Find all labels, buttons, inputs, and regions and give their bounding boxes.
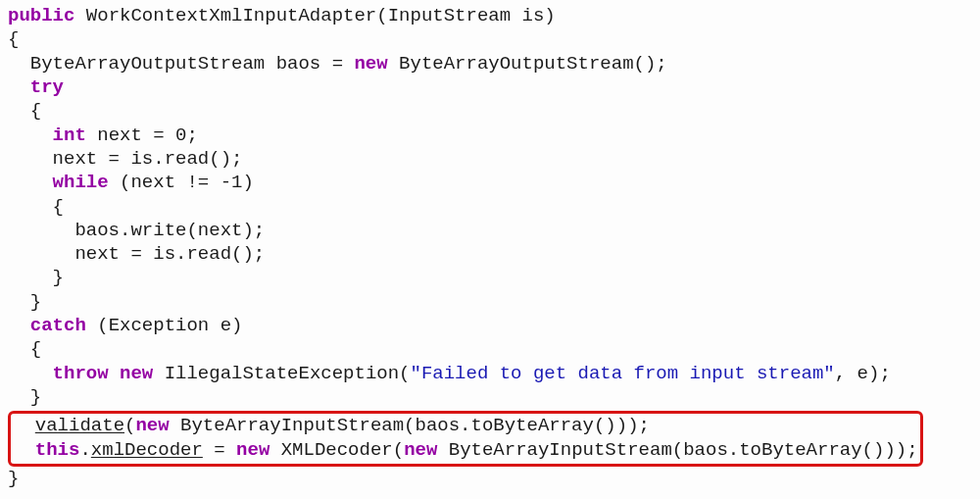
code-text: next = is.read();: [8, 148, 242, 170]
keyword-while: while: [53, 172, 109, 193]
keyword-catch: catch: [30, 315, 86, 336]
code-text: =: [203, 439, 236, 461]
code-text: ByteArrayInputStream(baos.toByteArray())…: [170, 415, 650, 436]
keyword-new: new: [120, 363, 153, 384]
line-baos-decl: ByteArrayOutputStream baos = new ByteArr…: [8, 53, 667, 75]
keyword-new: new: [404, 439, 437, 461]
keyword-try: try: [30, 76, 64, 98]
keyword-this: this: [35, 439, 80, 461]
line-signature: public WorkContextXmlInputAdapter(InputS…: [8, 5, 556, 26]
code-block: public WorkContextXmlInputAdapter(InputS…: [8, 4, 972, 490]
code-text: (next != -1): [109, 172, 254, 193]
validate-call: validate: [35, 415, 124, 436]
code-text: ByteArrayOutputStream();: [388, 53, 667, 75]
code-text: next = is.read();: [8, 243, 265, 265]
code-text: next = 0;: [86, 125, 198, 146]
code-text: , e);: [835, 363, 891, 384]
code-text: (: [124, 415, 135, 436]
code-text: XMLDecoder(: [270, 439, 404, 461]
highlighted-region: validate(new ByteArrayInputStream(baos.t…: [8, 411, 923, 467]
keyword-int: int: [53, 125, 86, 146]
code-text: ByteArrayInputStream(baos.toByteArray())…: [437, 439, 917, 461]
string-literal: "Failed to get data from input stream": [411, 363, 835, 384]
code-text: baos.write(next);: [8, 220, 265, 241]
keyword-new: new: [236, 439, 270, 461]
code-text: (Exception e): [86, 315, 243, 336]
keyword-new: new: [354, 53, 387, 75]
code-text: IllegalStateException(: [153, 363, 410, 384]
indent-text: ByteArrayOutputStream baos =: [8, 53, 354, 75]
keyword-public: public: [8, 5, 74, 26]
keyword-throw: throw: [53, 363, 109, 384]
xmldecoder-field: xmlDecoder: [91, 439, 203, 461]
method-signature: WorkContextXmlInputAdapter(InputStream i…: [74, 5, 555, 26]
keyword-new: new: [135, 415, 169, 436]
